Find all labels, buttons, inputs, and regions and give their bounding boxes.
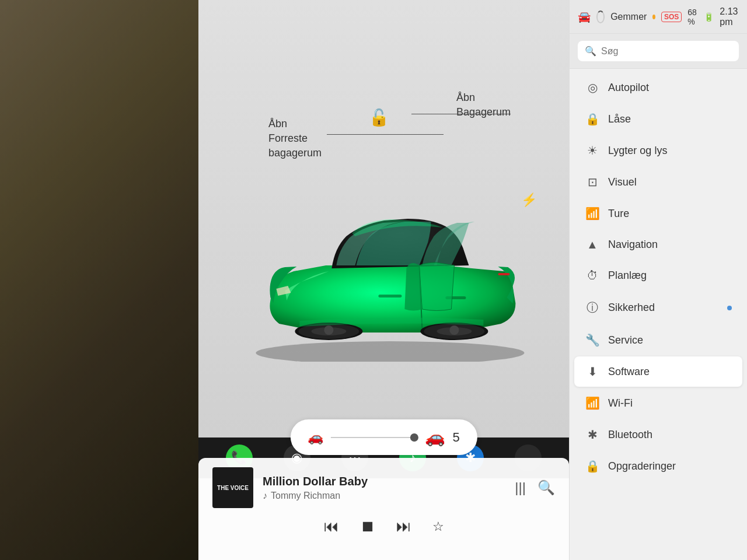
top-bar: 🚘 Gemmer SOS 68 % 🔋 2.13 pm bbox=[570, 0, 747, 34]
sidebar-item-label-navigation: Navigation bbox=[608, 239, 658, 251]
sidebar: 🚘 Gemmer SOS 68 % 🔋 2.13 pm 🔍 ◎Autopilot… bbox=[569, 0, 747, 560]
sidebar-item-autopilot[interactable]: ◎Autopilot bbox=[574, 72, 742, 103]
svg-point-5 bbox=[324, 326, 333, 335]
sidebar-item-planlaeg[interactable]: ⏱Planlæg bbox=[574, 261, 742, 290]
line-right bbox=[411, 114, 511, 114]
svg-rect-11 bbox=[378, 295, 402, 298]
saving-status: Gemmer bbox=[610, 12, 647, 22]
left-background bbox=[0, 0, 198, 560]
sidebar-item-label-lygter: Lygter og lys bbox=[608, 145, 667, 157]
music-controls: ⏮ ⏹ ⏭ ☆ bbox=[212, 514, 555, 536]
music-title: Million Dollar Baby bbox=[263, 475, 505, 488]
car-icon: 🚘 bbox=[578, 10, 591, 23]
sidebar-item-label-ture: Ture bbox=[608, 208, 629, 220]
forreste-line2: Forreste bbox=[268, 131, 322, 146]
sidebar-item-label-laase: Låse bbox=[608, 113, 631, 125]
clock: 2.13 pm bbox=[720, 6, 739, 27]
sidebar-item-software[interactable]: ⬇Software bbox=[574, 356, 742, 387]
search-container[interactable]: 🔍 bbox=[578, 41, 739, 61]
small-car-icon: 🚗 bbox=[308, 430, 323, 445]
svg-point-9 bbox=[449, 326, 459, 335]
seat-slider[interactable]: 🚗 🚗 5 bbox=[290, 419, 477, 455]
slider-track[interactable] bbox=[330, 437, 418, 438]
sidebar-item-label-sikkerhed: Sikkerhed bbox=[608, 302, 655, 314]
main-content: Åbn Forreste bagagerum Åbn Bagagerum 🔓 ⚡ bbox=[198, 0, 569, 560]
bagagerum-label[interactable]: Åbn Bagagerum bbox=[456, 90, 511, 120]
music-artist: ♪ Tommy Richman bbox=[263, 491, 505, 501]
sos-badge: SOS bbox=[661, 12, 682, 22]
car-visualization bbox=[238, 146, 542, 368]
music-player: THE VOICE Million Dollar Baby ♪ Tommy Ri… bbox=[198, 458, 569, 560]
sidebar-item-opgraderinger[interactable]: 🔒Opgraderinger bbox=[574, 451, 742, 481]
bluetooth-icon: ✱ bbox=[585, 428, 600, 442]
ture-icon: 📶 bbox=[585, 206, 600, 220]
sidebar-item-label-software: Software bbox=[608, 366, 650, 378]
laase-icon: 🔒 bbox=[585, 112, 600, 126]
bagagerum-line2: Bagagerum bbox=[456, 105, 511, 120]
search-input[interactable] bbox=[601, 46, 732, 57]
music-top: THE VOICE Million Dollar Baby ♪ Tommy Ri… bbox=[212, 467, 555, 508]
software-icon: ⬇ bbox=[585, 365, 600, 379]
sidebar-item-label-visuel: Visuel bbox=[608, 176, 637, 188]
visuel-icon: ⊡ bbox=[585, 175, 600, 189]
sidebar-item-label-planlaeg: Planlæg bbox=[608, 270, 647, 282]
slider-value: 5 bbox=[452, 430, 459, 445]
line-left bbox=[327, 134, 444, 135]
car-area: Åbn Forreste bagagerum Åbn Bagagerum 🔓 ⚡ bbox=[198, 0, 569, 438]
search-bar: 🔍 bbox=[570, 34, 747, 69]
unlock-icon[interactable]: 🔓 bbox=[369, 108, 389, 127]
equalizer-icon[interactable]: ||| bbox=[515, 480, 526, 496]
sidebar-item-label-service: Service bbox=[608, 334, 643, 346]
search-music-icon[interactable]: 🔍 bbox=[537, 480, 555, 496]
music-info: Million Dollar Baby ♪ Tommy Richman bbox=[263, 475, 505, 501]
svg-point-0 bbox=[256, 341, 524, 362]
stop-button[interactable]: ⏹ bbox=[360, 517, 375, 536]
status-dot bbox=[652, 15, 655, 19]
battery-percentage: 68 % bbox=[687, 8, 698, 26]
wifi-icon: 📶 bbox=[585, 396, 600, 410]
tesla-screen: Åbn Forreste bagagerum Åbn Bagagerum 🔓 ⚡ bbox=[198, 0, 747, 560]
bagagerum-line1: Åbn bbox=[456, 90, 511, 105]
search-icon: 🔍 bbox=[585, 46, 596, 57]
battery-icon: 🔋 bbox=[704, 12, 714, 22]
sidebar-item-visuel[interactable]: ⊡Visuel bbox=[574, 167, 742, 197]
sidebar-item-ture[interactable]: 📶Ture bbox=[574, 198, 742, 229]
forreste-line1: Åbn bbox=[268, 117, 322, 131]
sidebar-item-laase[interactable]: 🔒Låse bbox=[574, 104, 742, 134]
autopilot-icon: ◎ bbox=[585, 80, 600, 94]
planlaeg-icon: ⏱ bbox=[585, 269, 600, 282]
sidebar-item-service[interactable]: 🔧Service bbox=[574, 325, 742, 355]
nav-list: ◎Autopilot🔒Låse☀Lygter og lys⊡Visuel📶Tur… bbox=[570, 69, 747, 560]
next-button[interactable]: ⏭ bbox=[396, 517, 411, 536]
opgraderinger-icon: 🔒 bbox=[585, 459, 600, 473]
sidebar-item-label-bluetooth: Bluetooth bbox=[608, 429, 652, 441]
notification-dot-sikkerhed bbox=[727, 306, 732, 310]
prev-button[interactable]: ⏮ bbox=[324, 517, 339, 536]
sidebar-item-label-wifi: Wi-Fi bbox=[608, 397, 633, 410]
sidebar-item-navigation[interactable]: ▲Navigation bbox=[574, 230, 742, 260]
sidebar-item-label-autopilot: Autopilot bbox=[608, 82, 649, 94]
sikkerhed-icon: ⓘ bbox=[585, 300, 600, 316]
sidebar-item-lygter[interactable]: ☀Lygter og lys bbox=[574, 135, 742, 166]
loading-spinner bbox=[596, 10, 605, 23]
album-art: THE VOICE bbox=[212, 467, 253, 508]
music-action-icons: ||| 🔍 bbox=[515, 480, 555, 496]
service-icon: 🔧 bbox=[585, 333, 600, 347]
navigation-icon: ▲ bbox=[585, 238, 600, 251]
svg-rect-10 bbox=[498, 273, 509, 275]
sidebar-item-bluetooth[interactable]: ✱Bluetooth bbox=[574, 419, 742, 450]
sidebar-item-wifi[interactable]: 📶Wi-Fi bbox=[574, 388, 742, 418]
favorite-button[interactable]: ☆ bbox=[432, 519, 444, 534]
sidebar-item-sikkerhed[interactable]: ⓘSikkerhed bbox=[574, 292, 742, 324]
sidebar-item-label-opgraderinger: Opgraderinger bbox=[608, 460, 676, 473]
big-car-icon: 🚗 bbox=[425, 428, 445, 447]
music-artist-icon: ♪ bbox=[263, 491, 267, 501]
lygter-icon: ☀ bbox=[585, 144, 600, 158]
